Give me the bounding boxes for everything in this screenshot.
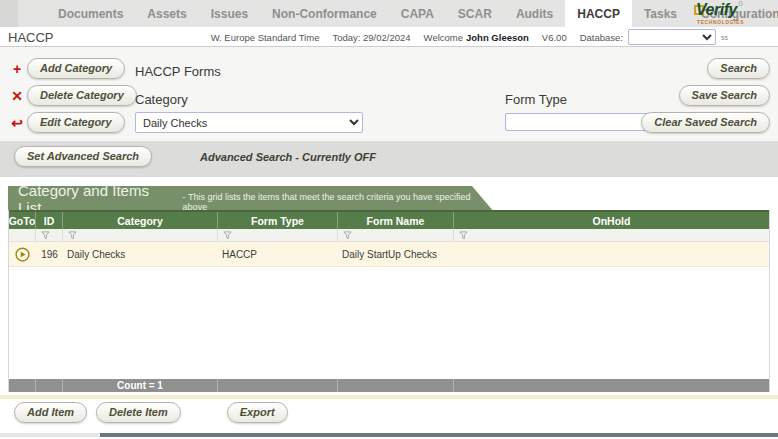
footer-cell-form-name (338, 379, 454, 392)
tab-documents[interactable]: Documents (46, 0, 135, 27)
grid-filter-row (9, 229, 769, 242)
column-header-goto[interactable]: GoTo (9, 212, 36, 229)
goto-play-icon[interactable] (15, 247, 30, 262)
database-label: Database: (580, 32, 623, 43)
filter-icon[interactable] (343, 231, 352, 240)
edit-arrow-icon: ↩ (10, 116, 24, 130)
tab-issues[interactable]: Issues (199, 0, 260, 27)
form-type-label: Form Type (505, 92, 567, 107)
welcome-text: Welcome John Gleeson (424, 32, 529, 43)
database-select[interactable] (628, 29, 716, 45)
database-suffix: ss (721, 34, 728, 41)
filter-cell-onhold (454, 229, 769, 241)
divider-line (0, 395, 778, 399)
column-header-onhold[interactable]: OnHold (454, 212, 769, 229)
category-select[interactable]: Daily Checks (135, 112, 363, 133)
tab-capa[interactable]: CAPA (389, 0, 446, 27)
advanced-search-strip: Set Advanced Search Advanced Search - Cu… (0, 141, 778, 177)
plus-icon: + (10, 62, 24, 76)
filter-cell-id (36, 229, 63, 241)
delete-item-button[interactable]: Delete Item (96, 402, 181, 423)
form-title: HACCP Forms (135, 64, 221, 79)
save-search-button[interactable]: Save Search (679, 85, 770, 106)
filter-cell-form-type (218, 229, 338, 241)
welcome-prefix: Welcome (424, 32, 463, 43)
user-name: John Gleeson (466, 32, 529, 43)
advanced-search-status: Advanced Search - Currently OFF (200, 151, 376, 163)
footer-cell-onhold (454, 379, 769, 392)
app-window: Documents Assets Issues Non-Conformance … (0, 0, 778, 439)
tab-scar[interactable]: SCAR (446, 0, 504, 27)
database-wrap: Database: ss (580, 29, 728, 45)
filter-icon[interactable] (223, 231, 232, 240)
top-navigation: Documents Assets Issues Non-Conformance … (0, 0, 778, 27)
cell-form-type: HACCP (218, 242, 338, 266)
clear-saved-search-button[interactable]: Clear Saved Search (641, 112, 770, 133)
today-date: Today: 29/02/2024 (332, 32, 410, 43)
verify-logo: Verify TECHNOLOGIES (694, 2, 766, 26)
edit-category-button[interactable]: Edit Category (27, 112, 125, 133)
add-item-button[interactable]: Add Item (14, 402, 87, 423)
grid-header-row: GoTo ID Category Form Type Form Name OnH… (9, 210, 769, 229)
tab-audits[interactable]: Audits (504, 0, 565, 27)
search-button[interactable]: Search (707, 58, 770, 79)
filter-cell-category (63, 229, 218, 241)
column-header-category[interactable]: Category (63, 212, 218, 229)
column-header-form-name[interactable]: Form Name (338, 212, 454, 229)
grid-banner: Category and Items List - This grid list… (8, 186, 494, 212)
filter-cell-goto (9, 229, 36, 241)
tab-assets[interactable]: Assets (135, 0, 198, 27)
form-type-input[interactable] (505, 113, 657, 131)
header-bar: HACCP W. Europe Standard Time Today: 29/… (0, 27, 778, 47)
grid-footer-row: Count = 1 (9, 379, 769, 392)
bottom-strip-dark (100, 433, 778, 437)
page-title: HACCP (8, 30, 54, 45)
filter-icon[interactable] (459, 231, 468, 240)
cell-id: 196 (36, 242, 63, 266)
cell-onhold (454, 242, 769, 266)
delete-x-icon: ✕ (10, 89, 24, 103)
delete-category-button[interactable]: Delete Category (27, 85, 137, 106)
filter-cell-form-name (338, 229, 454, 241)
bottom-actions: Add Item Delete Item Export (14, 402, 288, 423)
footer-count: Count = 1 (63, 379, 218, 392)
grid-banner-description: - This grid lists the items that meet th… (183, 187, 494, 212)
tab-haccp[interactable]: HACCP (565, 0, 632, 27)
filter-icon[interactable] (41, 231, 50, 240)
tab-tasks[interactable]: Tasks (632, 0, 689, 27)
set-advanced-search-button[interactable]: Set Advanced Search (14, 146, 152, 167)
add-category-button[interactable]: Add Category (27, 58, 125, 79)
header-info: W. Europe Standard Time Today: 29/02/202… (211, 27, 728, 47)
menu-icon[interactable] (0, 0, 18, 27)
table-row[interactable]: 196 Daily Checks HACCP Daily StartUp Che… (9, 242, 769, 267)
logo-text: Verify (696, 1, 737, 19)
footer-cell-form-type (218, 379, 338, 392)
search-panel: + Add Category ✕ Delete Category ↩ Edit … (0, 47, 778, 141)
bottom-strip (0, 433, 778, 437)
tab-non-conformance[interactable]: Non-Conformance (260, 0, 389, 27)
export-button[interactable]: Export (227, 402, 288, 423)
column-header-form-type[interactable]: Form Type (218, 212, 338, 229)
footer-cell-goto (9, 379, 36, 392)
nav-tabs: Documents Assets Issues Non-Conformance … (46, 0, 778, 27)
footer-cell-id (36, 379, 63, 392)
cell-form-name: Daily StartUp Checks (338, 242, 454, 266)
category-items-grid: GoTo ID Category Form Type Form Name OnH… (8, 210, 770, 392)
filter-icon[interactable] (68, 231, 77, 240)
version-text: V6.00 (542, 32, 567, 43)
timezone-text: W. Europe Standard Time (211, 32, 320, 43)
grid-empty-area (9, 267, 769, 379)
logo-tagline: TECHNOLOGIES (697, 19, 744, 25)
category-label: Category (135, 92, 188, 107)
column-header-id[interactable]: ID (36, 212, 63, 229)
cell-category: Daily Checks (63, 242, 218, 266)
cell-goto (9, 242, 36, 266)
